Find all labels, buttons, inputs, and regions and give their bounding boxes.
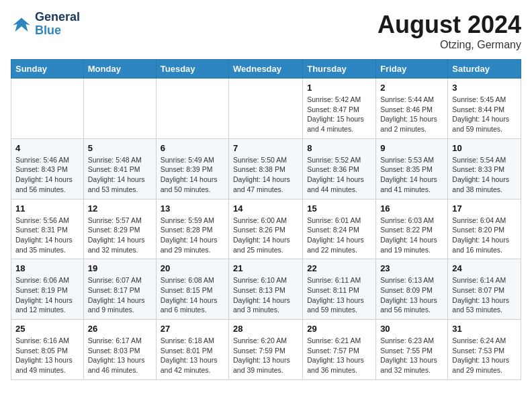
day-cell: 22Sunrise: 6:11 AM Sunset: 8:11 PM Dayli… (303, 259, 376, 320)
day-cell (229, 79, 303, 139)
day-number: 6 (161, 143, 224, 153)
day-info: Sunrise: 6:21 AM Sunset: 7:57 PM Dayligh… (307, 336, 371, 375)
day-info: Sunrise: 6:07 AM Sunset: 8:17 PM Dayligh… (88, 275, 152, 315)
header-day-monday: Monday (83, 60, 156, 79)
day-info: Sunrise: 6:20 AM Sunset: 7:59 PM Dayligh… (233, 336, 298, 375)
day-cell: 2Sunrise: 5:44 AM Sunset: 8:46 PM Daylig… (376, 79, 448, 139)
day-cell: 18Sunrise: 6:06 AM Sunset: 8:19 PM Dayli… (11, 259, 84, 320)
logo-icon (11, 13, 32, 35)
logo: General Blue (11, 11, 80, 38)
day-cell: 30Sunrise: 6:23 AM Sunset: 7:55 PM Dayli… (376, 320, 448, 380)
day-cell: 31Sunrise: 6:24 AM Sunset: 7:53 PM Dayli… (448, 320, 521, 380)
day-cell (83, 79, 156, 139)
day-number: 13 (161, 203, 224, 214)
header-day-thursday: Thursday (303, 60, 376, 79)
day-cell: 23Sunrise: 6:13 AM Sunset: 8:09 PM Dayli… (376, 259, 448, 320)
day-number: 8 (307, 143, 371, 153)
day-cell: 28Sunrise: 6:20 AM Sunset: 7:59 PM Dayli… (229, 320, 303, 380)
day-number: 18 (15, 263, 79, 273)
calendar-title: August 2024 (378, 11, 521, 39)
day-cell: 10Sunrise: 5:54 AM Sunset: 8:33 PM Dayli… (448, 138, 521, 199)
day-number: 21 (233, 263, 298, 273)
day-info: Sunrise: 6:10 AM Sunset: 8:13 PM Dayligh… (233, 275, 298, 315)
header-day-tuesday: Tuesday (156, 60, 228, 79)
day-info: Sunrise: 5:56 AM Sunset: 8:31 PM Dayligh… (15, 216, 79, 255)
day-cell: 26Sunrise: 6:17 AM Sunset: 8:03 PM Dayli… (83, 320, 156, 380)
header-day-saturday: Saturday (448, 60, 521, 79)
day-number: 26 (88, 324, 152, 334)
calendar-body: 1Sunrise: 5:42 AM Sunset: 8:47 PM Daylig… (11, 79, 521, 380)
day-cell: 9Sunrise: 5:53 AM Sunset: 8:35 PM Daylig… (376, 138, 448, 199)
day-info: Sunrise: 6:16 AM Sunset: 8:05 PM Dayligh… (15, 336, 79, 375)
day-number: 14 (233, 203, 298, 214)
title-block: August 2024 Otzing, Germany (378, 11, 521, 51)
day-number: 19 (88, 263, 152, 273)
day-number: 24 (452, 263, 517, 273)
day-cell (11, 79, 84, 139)
day-cell: 8Sunrise: 5:52 AM Sunset: 8:36 PM Daylig… (303, 138, 376, 199)
day-cell: 14Sunrise: 6:00 AM Sunset: 8:26 PM Dayli… (229, 199, 303, 259)
day-number: 2 (380, 83, 443, 93)
day-number: 17 (452, 203, 517, 214)
day-info: Sunrise: 6:08 AM Sunset: 8:15 PM Dayligh… (161, 275, 224, 315)
day-info: Sunrise: 5:46 AM Sunset: 8:43 PM Dayligh… (15, 155, 79, 195)
week-row-2: 11Sunrise: 5:56 AM Sunset: 8:31 PM Dayli… (11, 199, 521, 259)
day-cell: 15Sunrise: 6:01 AM Sunset: 8:24 PM Dayli… (303, 199, 376, 259)
day-number: 10 (452, 143, 517, 153)
day-number: 11 (15, 203, 79, 214)
calendar-header: SundayMondayTuesdayWednesdayThursdayFrid… (11, 60, 521, 79)
day-info: Sunrise: 5:45 AM Sunset: 8:44 PM Dayligh… (452, 95, 517, 134)
day-number: 28 (233, 324, 298, 334)
day-info: Sunrise: 6:00 AM Sunset: 8:26 PM Dayligh… (233, 216, 298, 255)
day-info: Sunrise: 5:48 AM Sunset: 8:41 PM Dayligh… (88, 155, 152, 195)
day-cell: 27Sunrise: 6:18 AM Sunset: 8:01 PM Dayli… (156, 320, 228, 380)
page-header: General Blue August 2024 Otzing, Germany (11, 11, 521, 51)
day-number: 22 (307, 263, 371, 273)
day-cell: 7Sunrise: 5:50 AM Sunset: 8:38 PM Daylig… (229, 138, 303, 199)
day-cell: 3Sunrise: 5:45 AM Sunset: 8:44 PM Daylig… (448, 79, 521, 139)
day-info: Sunrise: 6:23 AM Sunset: 7:55 PM Dayligh… (380, 336, 443, 375)
day-cell: 11Sunrise: 5:56 AM Sunset: 8:31 PM Dayli… (11, 199, 84, 259)
day-info: Sunrise: 5:59 AM Sunset: 8:28 PM Dayligh… (161, 216, 224, 255)
day-cell: 24Sunrise: 6:14 AM Sunset: 8:07 PM Dayli… (448, 259, 521, 320)
calendar-table: SundayMondayTuesdayWednesdayThursdayFrid… (11, 59, 521, 380)
week-row-0: 1Sunrise: 5:42 AM Sunset: 8:47 PM Daylig… (11, 79, 521, 139)
day-cell: 1Sunrise: 5:42 AM Sunset: 8:47 PM Daylig… (303, 79, 376, 139)
day-cell: 19Sunrise: 6:07 AM Sunset: 8:17 PM Dayli… (83, 259, 156, 320)
day-info: Sunrise: 6:18 AM Sunset: 8:01 PM Dayligh… (161, 336, 224, 375)
day-info: Sunrise: 5:53 AM Sunset: 8:35 PM Dayligh… (380, 155, 443, 195)
week-row-1: 4Sunrise: 5:46 AM Sunset: 8:43 PM Daylig… (11, 138, 521, 199)
day-info: Sunrise: 6:01 AM Sunset: 8:24 PM Dayligh… (307, 216, 371, 255)
header-day-wednesday: Wednesday (229, 60, 303, 79)
day-info: Sunrise: 6:13 AM Sunset: 8:09 PM Dayligh… (380, 275, 443, 315)
day-number: 27 (161, 324, 224, 334)
day-info: Sunrise: 5:49 AM Sunset: 8:39 PM Dayligh… (161, 155, 224, 195)
day-number: 9 (380, 143, 443, 153)
day-number: 16 (380, 203, 443, 214)
day-number: 20 (161, 263, 224, 273)
day-info: Sunrise: 6:03 AM Sunset: 8:22 PM Dayligh… (380, 216, 443, 255)
day-number: 1 (307, 83, 371, 93)
day-cell: 20Sunrise: 6:08 AM Sunset: 8:15 PM Dayli… (156, 259, 228, 320)
day-number: 12 (88, 203, 152, 214)
day-info: Sunrise: 5:50 AM Sunset: 8:38 PM Dayligh… (233, 155, 298, 195)
logo-text: General Blue (35, 11, 80, 38)
day-cell: 17Sunrise: 6:04 AM Sunset: 8:20 PM Dayli… (448, 199, 521, 259)
day-cell: 6Sunrise: 5:49 AM Sunset: 8:39 PM Daylig… (156, 138, 228, 199)
svg-marker-0 (13, 17, 30, 32)
day-number: 7 (233, 143, 298, 153)
day-number: 5 (88, 143, 152, 153)
day-info: Sunrise: 5:52 AM Sunset: 8:36 PM Dayligh… (307, 155, 371, 195)
day-cell: 16Sunrise: 6:03 AM Sunset: 8:22 PM Dayli… (376, 199, 448, 259)
header-row: SundayMondayTuesdayWednesdayThursdayFrid… (11, 60, 521, 79)
day-info: Sunrise: 5:42 AM Sunset: 8:47 PM Dayligh… (307, 95, 371, 134)
day-info: Sunrise: 5:57 AM Sunset: 8:29 PM Dayligh… (88, 216, 152, 255)
day-cell: 5Sunrise: 5:48 AM Sunset: 8:41 PM Daylig… (83, 138, 156, 199)
day-cell (156, 79, 228, 139)
header-day-friday: Friday (376, 60, 448, 79)
day-info: Sunrise: 5:54 AM Sunset: 8:33 PM Dayligh… (452, 155, 517, 195)
day-number: 15 (307, 203, 371, 214)
day-cell: 4Sunrise: 5:46 AM Sunset: 8:43 PM Daylig… (11, 138, 84, 199)
day-number: 3 (452, 83, 517, 93)
day-info: Sunrise: 6:11 AM Sunset: 8:11 PM Dayligh… (307, 275, 371, 315)
